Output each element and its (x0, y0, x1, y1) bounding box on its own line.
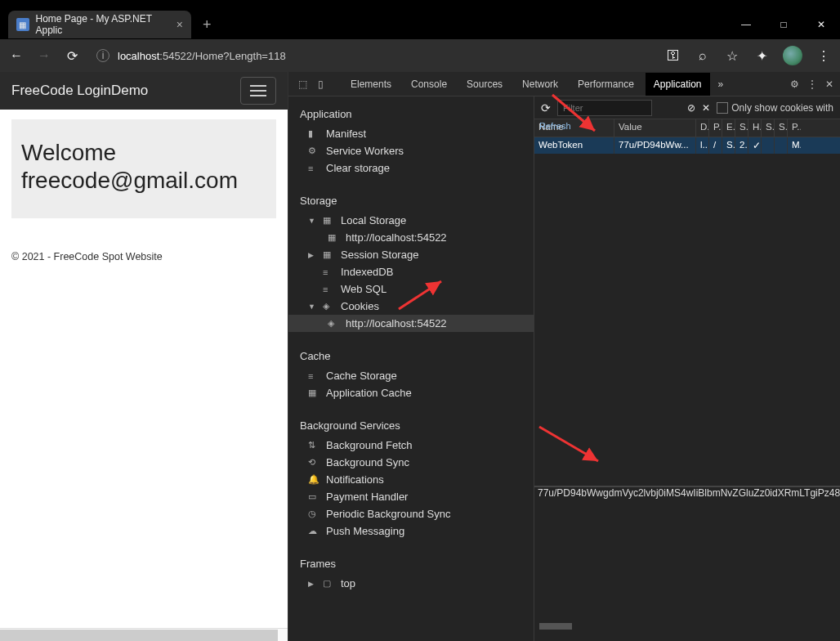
sidebar-item-payment-handler[interactable]: ▭Payment Handler (288, 488, 534, 505)
expand-icon[interactable]: ▶ (308, 580, 316, 588)
cookie-detail-pane[interactable]: 77u/PD94bWwgdmVyc2lvbj0iMS4wIiBlbmNvZGlu… (534, 486, 840, 633)
profile-avatar[interactable] (783, 46, 802, 65)
forward-button[interactable]: → (36, 48, 52, 63)
delete-icon[interactable]: ✕ (702, 102, 710, 114)
frame-icon: ▢ (323, 578, 334, 589)
database-icon: ≡ (308, 371, 319, 381)
section-cache: Cache (288, 345, 534, 367)
sidebar-item-cache-storage[interactable]: ≡Cache Storage (288, 367, 534, 384)
window-minimize[interactable]: — (727, 10, 765, 39)
sidebar-item-cookies[interactable]: ▼◈Cookies (288, 298, 534, 315)
devtools-more-tabs[interactable]: » (713, 78, 729, 90)
expand-icon[interactable]: ▼ (308, 303, 316, 311)
database-icon: ≡ (323, 267, 334, 277)
extensions-icon[interactable]: ✦ (753, 48, 770, 64)
col-priority[interactable]: P.. (788, 119, 801, 137)
filter-input[interactable] (557, 100, 652, 116)
horizontal-scrollbar[interactable] (0, 628, 288, 641)
bell-icon: 🔔 (308, 474, 319, 485)
section-background: Background Services (288, 415, 534, 437)
grid-icon: ▦ (308, 388, 319, 398)
fetch-icon: ⇅ (308, 440, 319, 450)
devtools-tab-sources[interactable]: Sources (458, 73, 511, 96)
col-value[interactable]: Value (614, 119, 696, 137)
close-devtools-icon[interactable]: ✕ (825, 78, 833, 90)
page-footer: © 2021 - FreeCode Spot Website (11, 251, 276, 262)
window-close[interactable]: ✕ (802, 10, 840, 39)
col-expires[interactable]: E.. (722, 119, 735, 137)
devtools-menu-icon[interactable]: ⋮ (807, 78, 817, 90)
sidebar-item-websql[interactable]: ≡Web SQL (288, 280, 534, 298)
sidebar-item-top-frame[interactable]: ▶▢top (288, 575, 534, 592)
cookie-name: WebToken (534, 137, 614, 154)
refresh-icon[interactable]: ⟳ (541, 101, 551, 114)
back-button[interactable]: ← (8, 48, 25, 63)
site-info-icon[interactable]: i (96, 49, 109, 62)
sidebar-item-notifications[interactable]: 🔔Notifications (288, 471, 534, 488)
sidebar-item-session-storage[interactable]: ▶▦Session Storage (288, 246, 534, 263)
cookie-full-value: 77u/PD94bWwgdmVyc2lvbj0iMS4wIiBlbmNvZGlu… (538, 487, 840, 499)
sidebar-item-clear-storage[interactable]: ≡Clear storage (288, 159, 534, 177)
settings-gear-icon[interactable]: ⚙ (790, 78, 799, 90)
col-secure[interactable]: S.. (762, 119, 775, 137)
welcome-card: Welcome freecode@gmail.com (11, 119, 276, 218)
cookie-row[interactable]: WebToken 77u/PD94bWw... l... / S... 2...… (534, 137, 840, 154)
sidebar-item-indexeddb[interactable]: ≡IndexedDB (288, 263, 534, 280)
menu-icon[interactable]: ⋮ (815, 48, 832, 64)
device-toggle-icon[interactable]: ▯ (313, 78, 328, 90)
devtools-tab-network[interactable]: Network (514, 73, 566, 96)
sidebar-item-cookies-origin[interactable]: ◈http://localhost:54522 (288, 315, 534, 332)
col-path[interactable]: P. (709, 119, 722, 137)
section-storage: Storage (288, 190, 534, 212)
password-key-icon[interactable]: ⚿ (665, 48, 681, 63)
sidebar-item-background-fetch[interactable]: ⇅Background Fetch (288, 437, 534, 454)
close-tab-icon[interactable]: × (176, 18, 183, 31)
devtools-tab-elements[interactable]: Elements (342, 73, 400, 96)
url-text: localhost:54522/Home?Length=118 (118, 50, 286, 62)
devtools-tab-performance[interactable]: Performance (570, 73, 642, 96)
browser-tab[interactable]: ▦ Home Page - My ASP.NET Applic × (8, 11, 191, 38)
devtools-tab-console[interactable]: Console (403, 73, 455, 96)
cookie-icon: ◈ (328, 318, 339, 329)
document-icon: ▮ (308, 128, 319, 139)
database-icon: ≡ (323, 285, 334, 294)
card-icon: ▭ (308, 491, 319, 502)
sidebar-item-application-cache[interactable]: ▦Application Cache (288, 384, 534, 401)
nav-toggle-button[interactable] (240, 77, 276, 105)
sidebar-item-local-storage-origin[interactable]: ▦http://localhost:54522 (288, 229, 534, 246)
address-bar[interactable]: i localhost:54522/Home?Length=118 (92, 44, 654, 67)
sidebar-item-background-sync[interactable]: ⟲Background Sync (288, 454, 534, 471)
section-application: Application (288, 103, 534, 125)
database-icon: ≡ (308, 164, 319, 173)
cookie-value: 77u/PD94bWw... (614, 137, 696, 154)
col-samesite[interactable]: S.. (775, 119, 788, 137)
sidebar-item-push-messaging[interactable]: ☁Push Messaging (288, 522, 534, 540)
sidebar-item-periodic-sync[interactable]: ◷Periodic Background Sync (288, 505, 534, 522)
col-httponly[interactable]: H. (748, 119, 762, 137)
sidebar-item-local-storage[interactable]: ▼▦Local Storage (288, 212, 534, 229)
sidebar-item-service-workers[interactable]: ⚙Service Workers (288, 142, 534, 159)
refresh-tooltip: Refresh (539, 121, 571, 131)
sidebar-item-manifest[interactable]: ▮Manifest (288, 125, 534, 142)
col-domain[interactable]: D. (696, 119, 709, 137)
clock-icon: ◷ (308, 509, 319, 519)
search-icon[interactable]: ⌕ (695, 48, 711, 63)
inspect-icon[interactable]: ⬚ (295, 78, 310, 90)
section-frames: Frames (288, 553, 534, 575)
expand-icon[interactable]: ▼ (308, 217, 316, 225)
bookmark-star-icon[interactable]: ☆ (724, 48, 740, 64)
site-brand[interactable]: FreeCode LoginDemo (11, 83, 148, 99)
sync-icon: ⟲ (308, 457, 319, 468)
gear-icon: ⚙ (308, 146, 319, 156)
devtools-tab-application[interactable]: Application (646, 73, 710, 96)
col-size[interactable]: S.. (735, 119, 748, 137)
new-tab-button[interactable]: + (203, 16, 212, 34)
reload-button[interactable]: ⟳ (64, 48, 80, 64)
only-cookies-checkbox[interactable]: Only show cookies with (717, 102, 833, 114)
clear-all-icon[interactable]: ⊘ (687, 102, 695, 114)
window-maximize[interactable]: □ (765, 10, 802, 39)
cookie-icon: ◈ (323, 301, 334, 312)
expand-icon[interactable]: ▶ (308, 251, 316, 259)
tab-title: Home Page - My ASP.NET Applic (36, 13, 176, 36)
detail-scrollbar[interactable] (534, 623, 840, 631)
